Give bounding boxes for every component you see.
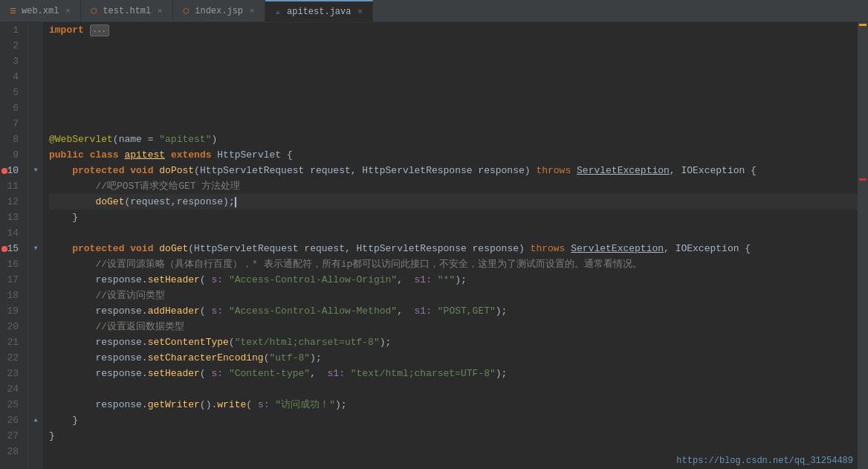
- code-line-21: response.setContentType("text/html;chars…: [49, 334, 858, 350]
- gutter-21: [28, 334, 43, 350]
- code-line-8: @WebServlet(name = "apitest"): [49, 132, 858, 147]
- line-num-5: 5: [3, 85, 22, 100]
- code-line-5: [49, 85, 858, 100]
- code-line-25: response.getWriter().write( s: "访问成功！");: [49, 397, 858, 413]
- line-num-11: 11: [3, 178, 22, 194]
- line-num-27: 27: [3, 428, 22, 444]
- gutter-11: [28, 178, 43, 194]
- gutter-10[interactable]: ▾: [28, 163, 43, 178]
- gutter: ▾ ▾ ▴: [28, 22, 43, 469]
- line-num-15: 15: [3, 241, 22, 256]
- code-line-27: }: [49, 428, 858, 444]
- gutter-17: [28, 272, 43, 288]
- line-num-7: 7: [3, 116, 22, 132]
- code-content[interactable]: import ... @WebServlet(name = "apitest")…: [43, 22, 858, 469]
- code-line-26: }: [49, 413, 858, 428]
- gutter-18: [28, 288, 43, 303]
- gutter-24: [28, 381, 43, 397]
- line-num-4: 4: [3, 69, 22, 85]
- tab-test-html[interactable]: ⬡ test.html ×: [81, 0, 173, 22]
- code-line-6: [49, 100, 858, 116]
- code-line-19: response.addHeader( s: "Access-Control-A…: [49, 303, 858, 319]
- line-num-16: 16: [3, 256, 22, 272]
- gutter-28: [28, 444, 43, 459]
- line-num-28: 28: [3, 444, 22, 459]
- bottom-url: https://blog.csdn.net/qq_31254489: [676, 456, 853, 466]
- code-area: 1 2 3 4 5 6 7 8 9 10 11 12 13 14 15 16 1…: [0, 22, 868, 469]
- gutter-1: [28, 22, 43, 38]
- line-num-9: 9: [3, 147, 22, 163]
- gutter-3: [28, 54, 43, 69]
- line-num-6: 6: [3, 100, 22, 116]
- gutter-8: [28, 132, 43, 147]
- tab-apitest-java[interactable]: ☕ apitest.java ×: [265, 0, 373, 22]
- line-num-2: 2: [3, 38, 22, 54]
- code-line-13: }: [49, 210, 858, 225]
- line-num-24: 24: [3, 381, 22, 397]
- gutter-26[interactable]: ▴: [28, 413, 43, 428]
- import-keyword: import: [49, 22, 84, 38]
- line-num-12: 12: [3, 194, 22, 210]
- gutter-7: [28, 116, 43, 132]
- tab-close-apitest-java[interactable]: ×: [354, 7, 365, 17]
- line-num-18: 18: [3, 288, 22, 303]
- code-line-7: [49, 116, 858, 132]
- gutter-6: [28, 100, 43, 116]
- code-line-14: [49, 225, 858, 241]
- line-numbers: 1 2 3 4 5 6 7 8 9 10 11 12 13 14 15 16 1…: [0, 22, 28, 469]
- jsp-icon: ⬡: [181, 6, 191, 16]
- text-cursor: [235, 197, 236, 207]
- line-num-26: 26: [3, 413, 22, 428]
- line-num-1: 1: [3, 22, 22, 38]
- code-line-10: protected void doPost(HttpServletRequest…: [49, 163, 858, 178]
- tab-label: apitest.java: [287, 7, 351, 17]
- line-num-20: 20: [3, 319, 22, 334]
- code-line-1: import ...: [49, 22, 858, 38]
- tab-label: index.jsp: [195, 6, 243, 16]
- indicator-warning: [859, 24, 867, 26]
- code-line-12: doGet(request,response);: [49, 194, 858, 210]
- tab-web-xml[interactable]: ☰ web.xml ×: [0, 0, 81, 22]
- line-num-17: 17: [3, 272, 22, 288]
- code-line-2: [49, 38, 858, 54]
- gutter-15[interactable]: ▾: [28, 241, 43, 256]
- gutter-23: [28, 366, 43, 381]
- code-line-15: protected void doGet(HttpServletRequest …: [49, 241, 858, 256]
- line-num-21: 21: [3, 334, 22, 350]
- code-line-20: //设置返回数据类型: [49, 319, 858, 334]
- xml-icon: ☰: [7, 6, 18, 16]
- line-num-8: 8: [3, 132, 22, 147]
- code-line-24: [49, 381, 858, 397]
- code-line-9: public class apitest extends HttpServlet…: [49, 147, 858, 163]
- gutter-9: [28, 147, 43, 163]
- code-line-4: [49, 69, 858, 85]
- code-line-18: //设置访问类型: [49, 288, 858, 303]
- line-num-13: 13: [3, 210, 22, 225]
- gutter-12: [28, 194, 43, 210]
- line-num-14: 14: [3, 225, 22, 241]
- tab-label: web.xml: [22, 6, 59, 16]
- tab-bar: ☰ web.xml × ⬡ test.html × ⬡ index.jsp × …: [0, 0, 868, 22]
- line-num-10: 10: [3, 163, 22, 178]
- tab-close-test-html[interactable]: ×: [155, 6, 165, 16]
- gutter-22: [28, 350, 43, 366]
- code-line-17: response.setHeader( s: "Access-Control-A…: [49, 272, 858, 288]
- gutter-25: [28, 397, 43, 413]
- gutter-16: [28, 256, 43, 272]
- code-line-11: //吧POST请求交给GET 方法处理: [49, 178, 858, 194]
- code-line-22: response.setCharacterEncoding("utf-8");: [49, 350, 858, 366]
- tab-close-index-jsp[interactable]: ×: [247, 6, 257, 16]
- line-num-3: 3: [3, 54, 22, 69]
- tab-index-jsp[interactable]: ⬡ index.jsp ×: [173, 0, 265, 22]
- gutter-2: [28, 38, 43, 54]
- gutter-27: [28, 428, 43, 444]
- line-num-23: 23: [3, 366, 22, 381]
- right-indicators: [858, 22, 868, 469]
- gutter-13: [28, 210, 43, 225]
- tab-close-web-xml[interactable]: ×: [62, 6, 73, 16]
- html-icon: ⬡: [88, 6, 99, 16]
- gutter-14: [28, 225, 43, 241]
- gutter-4: [28, 69, 43, 85]
- gutter-20: [28, 319, 43, 334]
- fold-icon-import[interactable]: ...: [90, 25, 109, 36]
